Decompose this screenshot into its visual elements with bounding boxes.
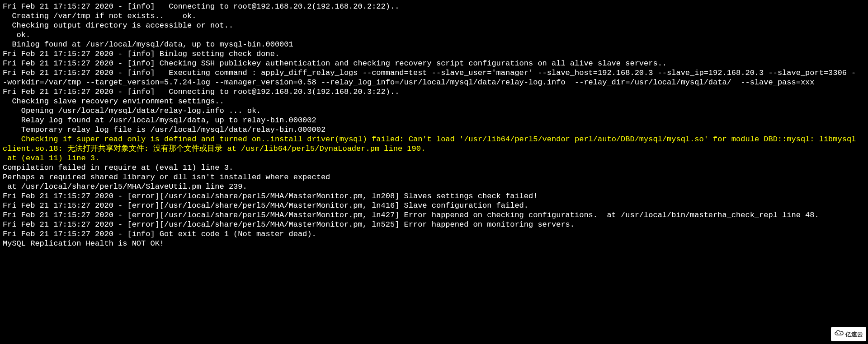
terminal-line: Creating /var/tmp if not exists.. ok. — [3, 11, 857, 21]
terminal-line: Relay log found at /usr/local/mysql/data… — [3, 116, 857, 125]
terminal-line: Fri Feb 21 17:15:27 2020 - [info] Binlog… — [3, 49, 857, 59]
terminal-output: Fri Feb 21 17:15:27 2020 - [info] Connec… — [0, 0, 860, 250]
terminal-line: MySQL Replication Health is NOT OK! — [3, 239, 857, 248]
watermark-badge: 亿速云 — [831, 327, 866, 341]
terminal-line: Checking output directory is accessible … — [3, 21, 857, 30]
terminal-line: Binlog found at /usr/local/mysql/data, u… — [3, 40, 857, 49]
svg-point-1 — [840, 332, 840, 333]
terminal-line: at /usr/local/share/perl5/MHA/SlaveUtil.… — [3, 182, 857, 191]
terminal-line: Temporary relay log file is /usr/local/m… — [3, 125, 857, 135]
terminal-line: Fri Feb 21 17:15:27 2020 - [info] Checki… — [3, 59, 857, 68]
cloud-icon — [835, 330, 844, 339]
terminal-line: Checking if super_read_only is defined a… — [3, 135, 857, 153]
watermark-text: 亿速云 — [845, 330, 863, 339]
terminal-line: Fri Feb 21 17:15:27 2020 - [info] Execut… — [3, 68, 857, 87]
terminal-line: Compilation failed in require at (eval 1… — [3, 163, 857, 172]
terminal-line: Fri Feb 21 17:15:27 2020 - [error][/usr/… — [3, 220, 857, 229]
terminal-line: ok. — [3, 30, 857, 40]
terminal-scroll-wrapper[interactable]: Fri Feb 21 17:15:27 2020 - [info] Connec… — [0, 0, 860, 344]
terminal-line: Checking slave recovery environment sett… — [3, 97, 857, 106]
terminal-line: Opening /usr/local/mysql/data/relay-log.… — [3, 106, 857, 116]
terminal-line: Fri Feb 21 17:15:27 2020 - [error][/usr/… — [3, 210, 857, 220]
terminal-line: Fri Feb 21 17:15:27 2020 - [error][/usr/… — [3, 201, 857, 210]
terminal-line: Fri Feb 21 17:15:27 2020 - [info] Got ex… — [3, 229, 857, 239]
terminal-line: Fri Feb 21 17:15:27 2020 - [info] Connec… — [3, 87, 857, 97]
terminal-line: Fri Feb 21 17:15:27 2020 - [error][/usr/… — [3, 191, 857, 201]
svg-point-0 — [836, 332, 837, 333]
terminal-line: Fri Feb 21 17:15:27 2020 - [info] Connec… — [3, 2, 857, 11]
terminal-line: at (eval 11) line 3. — [3, 153, 857, 163]
terminal-line: Perhaps a required shared library or dll… — [3, 172, 857, 182]
